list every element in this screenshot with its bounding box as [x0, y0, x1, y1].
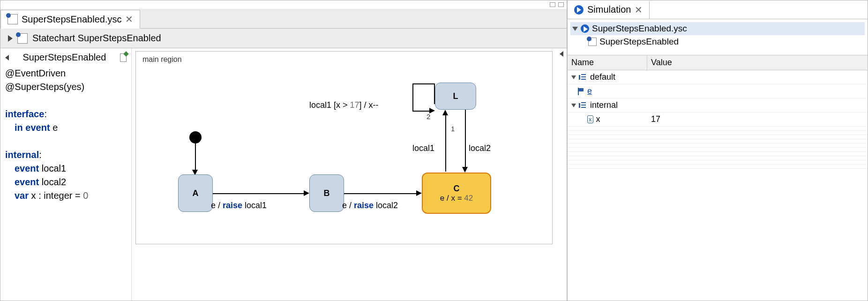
transition-A-B[interactable]	[213, 193, 304, 194]
transition-L-L[interactable]	[412, 83, 434, 84]
transition-B-C[interactable]	[344, 193, 416, 194]
transition-C-L[interactable]	[445, 115, 446, 172]
in-keyword: in	[15, 122, 23, 133]
table-row	[568, 148, 868, 152]
transition-label-C-L: local1	[412, 143, 434, 153]
simulation-tree: SuperStepsEnabled.ysc SuperStepsEnabled	[568, 19, 868, 55]
table-row[interactable]: e	[568, 84, 868, 98]
breadcrumb-bar: Statechart SuperStepsEnabled	[0, 29, 567, 48]
collapse-icon[interactable]	[5, 55, 9, 60]
state-B[interactable]: B	[309, 174, 344, 212]
transition-L-C[interactable]	[465, 110, 466, 167]
region-label: main region	[142, 55, 182, 64]
transition-L-L[interactable]	[412, 83, 413, 111]
transition-init-A[interactable]	[195, 143, 196, 171]
variable-value[interactable]: 17	[647, 113, 868, 126]
play-icon	[581, 24, 589, 33]
editor-tab-bar: SuperStepsEnabled.ysc ✕	[0, 9, 567, 29]
minimize-icon[interactable]	[550, 2, 555, 7]
chevron-down-icon[interactable]	[571, 75, 576, 79]
definition-code[interactable]: @EventDriven @SuperSteps(yes) interface:…	[5, 67, 127, 203]
definition-panel: SuperStepsEnabled @EventDriven @SuperSte…	[0, 48, 132, 301]
tree-child-label: SuperStepsEnabled	[599, 37, 679, 47]
state-label: C	[454, 184, 460, 194]
table-row	[568, 156, 868, 160]
simulation-tab-bar: Simulation ✕	[568, 0, 868, 19]
scope-icon	[579, 102, 587, 109]
variables-table: Name Value default e internal xx 17	[568, 55, 868, 301]
event-link[interactable]: e	[587, 86, 592, 96]
transition-label-L-L: local1 [x > 17] / x--	[309, 100, 379, 110]
event-icon	[578, 88, 584, 95]
close-icon[interactable]: ✕	[125, 14, 133, 25]
diagram-canvas[interactable]: main region A e / raise local1 B e / rai…	[132, 48, 556, 301]
tree-row-child[interactable]: SuperStepsEnabled	[570, 35, 865, 48]
simulation-tab-label: Simulation	[587, 4, 631, 15]
editor-body: SuperStepsEnabled @EventDriven @SuperSte…	[0, 48, 567, 301]
tree-row-root[interactable]: SuperStepsEnabled.ysc	[570, 22, 865, 35]
initial-state[interactable]	[189, 131, 202, 143]
state-label: L	[453, 91, 458, 101]
editor-tab-label: SuperStepsEnabled.ysc	[22, 14, 121, 25]
internal-keyword: internal	[5, 150, 39, 160]
editor-tab[interactable]: SuperStepsEnabled.ysc ✕	[0, 10, 140, 29]
column-name[interactable]: Name	[568, 55, 647, 70]
state-A[interactable]: A	[178, 174, 213, 212]
scope-icon	[579, 74, 587, 81]
event-keyword: event	[15, 177, 39, 187]
event-name: local1	[42, 163, 66, 173]
state-C[interactable]: C e / x = 42	[422, 173, 491, 214]
annotation: @SuperSteps(yes)	[5, 82, 84, 92]
close-icon[interactable]: ✕	[635, 4, 643, 15]
statechart-file-icon	[7, 14, 18, 24]
table-row[interactable]: default	[568, 70, 868, 84]
event-name: local2	[42, 177, 66, 187]
maximize-icon[interactable]	[558, 2, 564, 7]
table-row[interactable]: internal	[568, 98, 868, 113]
state-label: A	[193, 188, 199, 198]
edit-definition-icon[interactable]	[120, 53, 127, 62]
expand-icon[interactable]	[8, 35, 13, 42]
statechart-file-icon	[17, 33, 28, 44]
table-row	[568, 139, 868, 143]
event-keyword: event	[15, 163, 39, 173]
state-L[interactable]: L	[435, 83, 476, 110]
transition-L-L[interactable]	[412, 111, 429, 112]
view-controls	[0, 0, 567, 9]
variable-icon: x	[587, 115, 593, 123]
arrowhead-icon	[462, 167, 468, 173]
play-icon	[574, 5, 584, 15]
column-value[interactable]: Value	[647, 55, 868, 70]
main-region: main region A e / raise local1 B e / rai…	[135, 51, 553, 244]
table-row	[568, 131, 868, 135]
state-action: e / x = 42	[440, 194, 473, 203]
scroll-gutter	[556, 48, 567, 301]
interface-keyword: interface	[5, 109, 44, 119]
transition-L-L[interactable]	[434, 83, 435, 104]
table-row	[568, 143, 868, 148]
event-keyword: event	[25, 122, 50, 133]
variable-name: x	[596, 114, 600, 124]
collapse-icon[interactable]	[560, 51, 563, 57]
state-label: B	[324, 188, 330, 198]
arrowhead-icon	[304, 190, 309, 196]
scope-name: default	[590, 72, 615, 82]
definition-title: SuperStepsEnabled	[23, 52, 106, 63]
table-header: Name Value	[568, 55, 868, 70]
simulation-tab[interactable]: Simulation ✕	[568, 1, 650, 19]
tree-root-label: SuperStepsEnabled.ysc	[592, 23, 687, 34]
priority-label: 2	[427, 113, 430, 120]
chevron-down-icon[interactable]	[572, 27, 578, 31]
arrowhead-icon	[442, 110, 448, 115]
table-row[interactable]: xx 17	[568, 113, 868, 127]
editor-pane: SuperStepsEnabled.ysc ✕ Statechart Super…	[0, 0, 567, 301]
var-name: x	[31, 190, 36, 201]
simulation-pane: Simulation ✕ SuperStepsEnabled.ysc Super…	[567, 0, 868, 301]
annotation: @EventDriven	[5, 68, 66, 78]
breadcrumb-label: Statechart SuperStepsEnabled	[32, 33, 161, 44]
chevron-down-icon[interactable]	[571, 104, 576, 107]
table-row	[568, 160, 868, 165]
transition-label-B-C: e / raise local2	[342, 201, 398, 211]
table-row	[568, 135, 868, 139]
var-init: 0	[83, 190, 88, 201]
